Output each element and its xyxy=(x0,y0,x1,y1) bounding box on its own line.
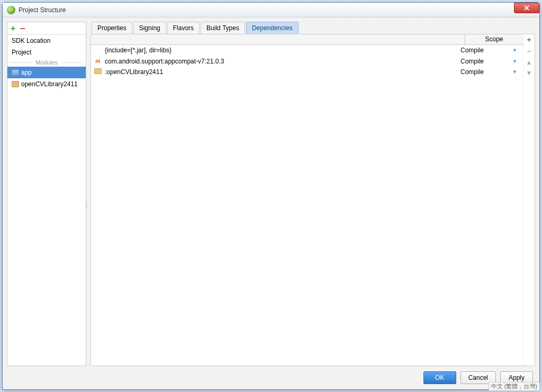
content-area: Properties Signing Flavors Build Types D… xyxy=(91,22,535,366)
tab-properties[interactable]: Properties xyxy=(92,22,132,34)
add-dependency-icon[interactable]: + xyxy=(527,35,531,44)
window-controls xyxy=(514,3,539,13)
button-bar: OK Cancel Apply xyxy=(7,366,535,385)
column-scope[interactable]: Scope xyxy=(465,34,523,44)
sidebar-item-sdk-location[interactable]: SDK Location xyxy=(7,35,86,47)
sidebar-item-project[interactable]: Project xyxy=(7,47,86,58)
move-up-icon[interactable]: ▲ xyxy=(526,59,532,66)
module-folder-icon xyxy=(94,68,102,76)
button-label: Apply xyxy=(509,374,525,381)
dependency-text: com.android.support:appcompat-v7:21.0.3 xyxy=(105,58,455,65)
tab-dependencies[interactable]: Dependencies xyxy=(246,22,299,34)
table-row[interactable]: :openCVLibrary2411 Compile ▼ xyxy=(91,67,523,77)
sidebar-toolbar: + − xyxy=(7,22,86,35)
modules-divider: Modules xyxy=(7,58,86,67)
column-label: Scope xyxy=(485,35,503,43)
splitter-handle[interactable] xyxy=(85,194,88,215)
maven-icon: m xyxy=(94,57,102,65)
tab-label: Signing xyxy=(139,24,160,32)
library-icon xyxy=(12,81,19,87)
column-dependency[interactable] xyxy=(91,34,465,44)
button-label: Cancel xyxy=(468,374,488,381)
scope-value: Compile xyxy=(458,68,509,76)
dependency-text: {include=[*.jar], dir=libs} xyxy=(105,47,455,54)
tabs: Properties Signing Flavors Build Types D… xyxy=(91,22,535,34)
window-title: Project Structure xyxy=(19,6,66,14)
modules-label: Modules xyxy=(32,59,61,66)
sidebar-item-label: Project xyxy=(12,49,31,56)
dialog-body: + − SDK Location Project Modules app xyxy=(3,17,539,389)
table-row[interactable]: {include=[*.jar], dir=libs} Compile ▼ xyxy=(91,45,523,56)
sidebar-module-opencv[interactable]: openCVLibrary2411 xyxy=(7,78,86,90)
tab-flavors[interactable]: Flavors xyxy=(167,22,200,34)
dependency-tools: + − ▲ ▼ xyxy=(523,34,535,366)
sidebar-module-app[interactable]: app xyxy=(7,67,86,78)
scope-value: Compile xyxy=(458,47,509,54)
ok-button[interactable]: OK xyxy=(423,371,456,384)
close-icon xyxy=(523,5,530,11)
tab-build-types[interactable]: Build Types xyxy=(201,22,245,34)
sidebar-item-label: openCVLibrary2411 xyxy=(21,80,78,88)
dependencies-table: Scope {include=[*.jar], dir=libs} Compil… xyxy=(91,34,523,366)
scope-value: Compile xyxy=(458,58,509,65)
ime-label: 中文 (繁體，台灣) xyxy=(491,383,537,389)
phone-icon xyxy=(12,69,19,76)
dependency-text: :openCVLibrary2411 xyxy=(105,68,455,76)
tab-label: Build Types xyxy=(206,24,239,32)
ime-indicator[interactable]: 中文 (繁體，台灣) xyxy=(489,382,540,391)
tab-label: Dependencies xyxy=(252,24,293,32)
close-button[interactable] xyxy=(514,3,539,13)
main-area: + − SDK Location Project Modules app xyxy=(7,22,535,366)
tab-label: Flavors xyxy=(173,24,194,32)
add-module-icon[interactable]: + xyxy=(11,24,15,33)
chevron-down-icon[interactable]: ▼ xyxy=(512,69,520,75)
app-icon xyxy=(7,6,15,14)
titlebar[interactable]: Project Structure xyxy=(3,3,539,17)
sidebar-item-label: SDK Location xyxy=(12,37,50,44)
table-header: Scope xyxy=(91,34,523,45)
remove-dependency-icon[interactable]: − xyxy=(527,47,531,56)
sidebar-item-label: app xyxy=(21,69,32,76)
sidebar: + − SDK Location Project Modules app xyxy=(7,22,86,366)
chevron-down-icon[interactable]: ▼ xyxy=(512,48,520,53)
table-row[interactable]: m com.android.support:appcompat-v7:21.0.… xyxy=(91,56,523,67)
button-label: OK xyxy=(435,374,444,381)
tab-content: Scope {include=[*.jar], dir=libs} Compil… xyxy=(91,34,535,366)
project-structure-dialog: Project Structure + − SDK Location Proje… xyxy=(2,2,540,390)
chevron-down-icon[interactable]: ▼ xyxy=(512,59,520,64)
remove-module-icon[interactable]: − xyxy=(20,26,25,31)
tab-signing[interactable]: Signing xyxy=(133,22,166,34)
tab-label: Properties xyxy=(97,24,127,32)
move-down-icon[interactable]: ▼ xyxy=(526,69,532,77)
